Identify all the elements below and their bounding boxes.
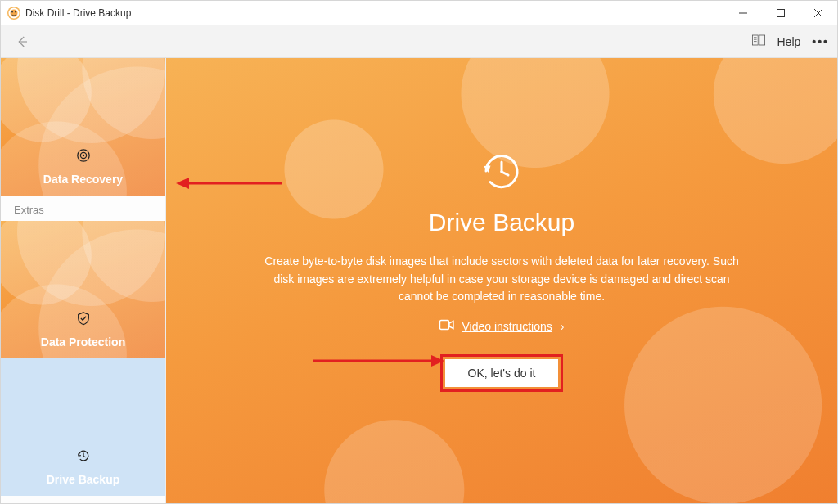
maximize-button[interactable]	[762, 1, 800, 25]
svg-rect-10	[759, 35, 765, 45]
help-button[interactable]: Help	[777, 35, 800, 48]
toolbar: Help •••	[1, 25, 837, 58]
drive-backup-hero-icon	[479, 148, 525, 194]
titlebar: Disk Drill - Drive Backup	[1, 1, 837, 25]
sidebar-item-label: Drive Backup	[47, 473, 119, 486]
more-menu-icon[interactable]: •••	[812, 35, 829, 48]
chevron-right-icon: ›	[561, 320, 565, 333]
backup-history-icon	[76, 448, 91, 463]
svg-rect-20	[439, 321, 448, 330]
svg-point-3	[15, 11, 16, 12]
video-camera-icon	[439, 319, 454, 333]
sidebar-item-data-protection[interactable]: Data Protection	[1, 221, 165, 358]
sidebar-item-data-recovery[interactable]: Data Recovery	[1, 58, 165, 196]
minimize-button[interactable]	[724, 1, 762, 25]
annotation-highlight-sidebar: Drive Backup	[1, 358, 165, 496]
svg-point-2	[11, 11, 13, 12]
app-window: Disk Drill - Drive Backup Help •••	[0, 0, 838, 504]
titlebar-left: Disk Drill - Drive Backup	[1, 7, 131, 20]
ok-lets-do-it-button[interactable]: OK, let's do it	[445, 359, 559, 387]
sidebar-item-label: Data Protection	[41, 335, 125, 349]
svg-line-19	[502, 172, 508, 175]
annotation-highlight-cta: OK, let's do it	[440, 354, 564, 392]
annotation-arrow	[176, 175, 282, 191]
target-icon	[76, 148, 91, 163]
extras-label: Extras	[1, 196, 165, 221]
close-button[interactable]	[800, 1, 837, 25]
panel-toggle-icon[interactable]	[752, 34, 765, 48]
app-icon	[7, 7, 20, 20]
video-instructions-link[interactable]: Video instructions	[462, 320, 552, 333]
svg-rect-5	[777, 9, 785, 16]
main-panel: Drive Backup Create byte-to-byte disk im…	[166, 58, 837, 503]
hero-title: Drive Backup	[429, 209, 574, 236]
body: Data Recovery Extras Data Protection Dri…	[1, 58, 837, 503]
hero-description: Create byte-to-byte disk images that inc…	[256, 253, 747, 306]
sidebar-item-label: Data Recovery	[43, 173, 123, 186]
svg-rect-9	[753, 35, 759, 45]
sidebar: Data Recovery Extras Data Protection Dri…	[1, 58, 166, 503]
video-instructions-row: Video instructions ›	[439, 319, 565, 333]
sidebar-item-drive-backup[interactable]: Drive Backup	[1, 358, 165, 496]
annotation-arrow	[313, 353, 444, 369]
window-controls	[724, 1, 837, 25]
shield-icon	[76, 311, 91, 326]
back-button[interactable]	[9, 29, 35, 55]
window-title: Disk Drill - Drive Backup	[25, 7, 131, 19]
recent-sessions-label: Recent sessions	[1, 496, 165, 503]
svg-point-16	[82, 155, 84, 157]
svg-marker-22	[176, 178, 189, 189]
